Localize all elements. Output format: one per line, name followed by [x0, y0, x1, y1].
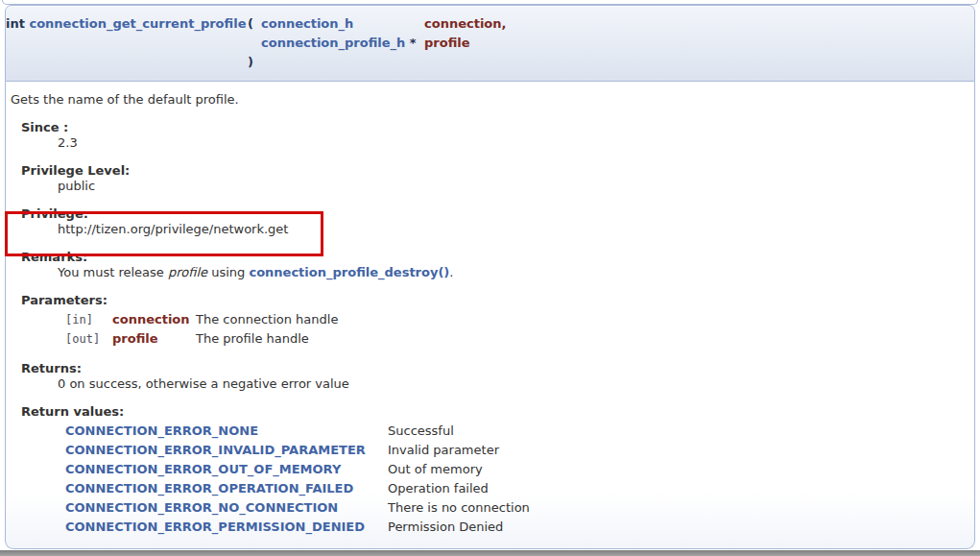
- error-code-link[interactable]: CONNECTION_ERROR_OUT_OF_MEMORY: [65, 462, 341, 476]
- param-description: The connection handle: [196, 310, 338, 329]
- parameters-label: Parameters:: [21, 293, 965, 308]
- param-type-link-connection-profile-h[interactable]: connection_profile_h: [261, 36, 405, 50]
- return-value-row: CONNECTION_ERROR_PERMISSION_DENIED Permi…: [65, 518, 530, 537]
- remarks-text-part: using: [207, 265, 249, 279]
- privilege-value: http://tizen.org/privilege/network.get: [58, 222, 965, 237]
- param-name: connection: [112, 310, 196, 329]
- return-values-table-wrap: CONNECTION_ERROR_NONE Successful CONNECT…: [58, 422, 965, 537]
- doc-sections: Since : 2.3 Privilege Level: public Priv…: [11, 120, 965, 537]
- remarks-text-part: .: [449, 265, 453, 279]
- signature-row-3: ): [6, 53, 506, 72]
- error-code-link[interactable]: CONNECTION_ERROR_NO_CONNECTION: [65, 500, 338, 515]
- param-description: The profile handle: [196, 329, 338, 349]
- param-name-cell: profile: [424, 34, 506, 53]
- parameters-table-wrap: [in] connection The connection handle [o…: [58, 310, 965, 349]
- return-value-row: CONNECTION_ERROR_OPERATION_FAILED Operat…: [65, 479, 530, 498]
- param-direction: [in]: [65, 310, 112, 329]
- return-value-row: CONNECTION_ERROR_NONE Successful: [65, 422, 530, 441]
- error-code-link[interactable]: CONNECTION_ERROR_OPERATION_FAILED: [65, 481, 353, 496]
- close-paren: ): [248, 53, 261, 72]
- param-type-cell: connection_profile_h *: [261, 34, 424, 53]
- function-prototype-header: int connection_get_current_profile ( con…: [5, 5, 975, 82]
- error-description: Operation failed: [388, 479, 530, 498]
- since-value: 2.3: [58, 135, 965, 151]
- parameter-row: [in] connection The connection handle: [65, 310, 338, 329]
- function-doc-body: Gets the name of the default profile. Si…: [5, 82, 975, 549]
- signature-table: int connection_get_current_profile ( con…: [6, 14, 506, 72]
- brief-description: Gets the name of the default profile.: [11, 92, 965, 108]
- remarks-text-part: You must release: [58, 265, 168, 279]
- function-doc-block: int connection_get_current_profile ( con…: [5, 5, 975, 549]
- privilege-level-value: public: [58, 179, 965, 194]
- privilege-section: Privilege: http://tizen.org/privilege/ne…: [11, 206, 965, 237]
- error-code-link[interactable]: CONNECTION_ERROR_NONE: [65, 423, 258, 438]
- return-type: int: [6, 16, 25, 31]
- privilege-label: Privilege:: [21, 206, 965, 222]
- error-description: There is no connection: [388, 498, 530, 518]
- return-values-table: CONNECTION_ERROR_NONE Successful CONNECT…: [65, 422, 530, 537]
- parameter-row: [out] profile The profile handle: [65, 329, 338, 349]
- connection-profile-destroy-link[interactable]: connection_profile_destroy(): [249, 265, 449, 279]
- return-value-row: CONNECTION_ERROR_NO_CONNECTION There is …: [65, 498, 530, 518]
- cutoff-gray-bar: [0, 550, 980, 556]
- parameters-table: [in] connection The connection handle [o…: [65, 310, 338, 349]
- param-type-cell: connection_h: [261, 14, 424, 34]
- since-label: Since :: [21, 120, 965, 135]
- returns-label: Returns:: [21, 361, 965, 376]
- param-name-connection: connection,: [424, 16, 506, 31]
- error-description: Successful: [388, 422, 530, 441]
- param-type-link-connection-h[interactable]: connection_h: [261, 16, 353, 31]
- param-name: profile: [112, 329, 196, 349]
- signature-row-2: connection_profile_h * profile: [6, 34, 506, 53]
- remarks-label: Remarks:: [21, 250, 965, 265]
- param-type-suffix: *: [405, 36, 416, 50]
- error-code-link[interactable]: CONNECTION_ERROR_PERMISSION_DENIED: [65, 520, 365, 534]
- param-name-profile: profile: [424, 36, 470, 50]
- return-value-row: CONNECTION_ERROR_OUT_OF_MEMORY Out of me…: [65, 460, 530, 479]
- error-description: Invalid parameter: [388, 441, 530, 460]
- signature-row-1: int connection_get_current_profile ( con…: [6, 14, 506, 34]
- open-paren: (: [248, 14, 261, 34]
- remarks-text: You must release profile using connectio…: [58, 265, 965, 280]
- error-description: Out of memory: [388, 460, 530, 479]
- function-name: connection_get_current_profile: [29, 16, 246, 31]
- function-name-cell: int connection_get_current_profile: [6, 14, 248, 34]
- return-values-label: Return values:: [21, 404, 965, 420]
- privilege-level-label: Privilege Level:: [21, 163, 965, 179]
- error-code-link[interactable]: CONNECTION_ERROR_INVALID_PARAMETER: [65, 443, 366, 457]
- param-direction: [out]: [65, 329, 112, 349]
- return-value-row: CONNECTION_ERROR_INVALID_PARAMETER Inval…: [65, 441, 530, 460]
- param-name-cell: connection,: [424, 14, 506, 34]
- remarks-param-ref: profile: [168, 265, 207, 279]
- error-description: Permission Denied: [388, 518, 530, 537]
- returns-value: 0 on success, otherwise a negative error…: [58, 376, 965, 392]
